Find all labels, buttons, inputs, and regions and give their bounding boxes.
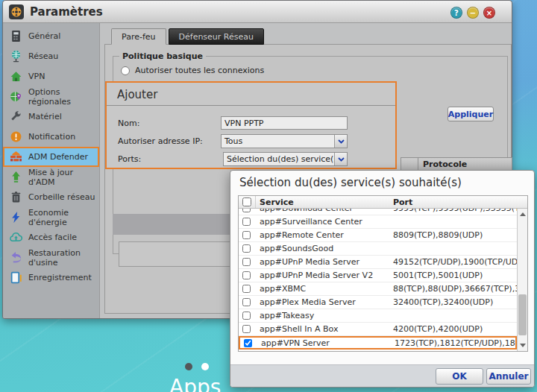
table-row-vpn-server-selected[interactable]: app#VPN Server 1723(TCP),1812(TCP/UDP),1…	[239, 336, 517, 350]
sidebar-label: Economie d'énergie	[28, 208, 99, 227]
allow-all-connections-option: Autoriser toutes les connexions	[121, 66, 264, 75]
adm-update-icon	[10, 171, 22, 183]
apply-button[interactable]: Appliquer	[448, 107, 494, 121]
sidebar-item-adm-update[interactable]: Mise à jour d'ADM	[3, 167, 99, 187]
network-recycle-bin-icon	[10, 191, 22, 203]
service-column-header: Service	[260, 197, 294, 207]
ease-of-access-icon	[10, 231, 22, 244]
service-selection-dialog: Sélection du(des) service(s) souhaité(s)…	[230, 170, 535, 388]
sidebar-item-factory-default[interactable]: Restauration d'usine	[3, 247, 99, 268]
table-row[interactable]: app#Download Center 9999(TCP),9999(UDP),…	[239, 209, 517, 215]
scrollbar-thumb[interactable]	[518, 294, 527, 335]
table-row[interactable]: app#Takeasy	[239, 309, 517, 323]
network-icon	[10, 50, 22, 63]
sidebar-label: Matériel	[28, 112, 62, 121]
energy-saver-icon	[10, 211, 22, 224]
row-checkbox[interactable]	[242, 244, 251, 253]
sidebar-item-ease-of-access[interactable]: Accès facile	[3, 227, 99, 247]
sidebar-item-notification[interactable]: Notification	[3, 127, 99, 147]
row-checkbox[interactable]	[242, 218, 251, 226]
sidebar-label: VPN	[28, 72, 45, 81]
window-controls: ? − ×	[450, 7, 495, 19]
sidebar-label: Notification	[28, 132, 75, 142]
sidebar-item-vpn[interactable]: VPN	[3, 66, 99, 86]
minimize-icon[interactable]: −	[467, 7, 479, 19]
add-rule-panel: Ajouter Nom: Autoriser adresse IP: Tous …	[105, 81, 397, 169]
row-checkbox[interactable]	[242, 258, 251, 266]
allow-ip-label: Autoriser adresse IP:	[118, 136, 203, 146]
desktop-apps-label: Apps	[169, 375, 221, 392]
settings-sidebar: Général Réseau VPN Options régionales Ma…	[3, 23, 100, 318]
row-checkbox[interactable]	[242, 325, 251, 333]
allow-all-connections-radio[interactable]	[121, 66, 130, 75]
rules-table-protocol-header: Protocole	[401, 157, 512, 171]
sidebar-item-network-recycle-bin[interactable]: Corbeille réseau	[3, 187, 99, 207]
regional-options-icon	[10, 90, 22, 103]
sidebar-item-general[interactable]: Général	[3, 26, 99, 46]
sidebar-label: Mise à jour d'ADM	[28, 168, 99, 187]
sidebar-item-hardware[interactable]: Matériel	[3, 107, 99, 127]
sidebar-label: Restauration d'usine	[28, 248, 99, 268]
service-dialog-title: Sélection du(des) service(s) souhaité(s)	[239, 176, 462, 189]
sidebar-item-registration[interactable]: Enregistrement	[3, 268, 99, 288]
table-row[interactable]: app#XBMC 88(TCP),88(UDP),36667(TCP),3666…	[239, 282, 517, 296]
row-checkbox[interactable]	[242, 298, 251, 306]
row-checkbox[interactable]	[242, 271, 251, 279]
sidebar-label: Réseau	[28, 51, 58, 61]
chevron-down-icon[interactable]	[334, 153, 347, 165]
notification-icon	[10, 130, 22, 143]
tab-firewall[interactable]: Pare-feu	[111, 28, 166, 45]
close-icon[interactable]: ×	[483, 7, 495, 19]
sidebar-label: Corbeille réseau	[28, 192, 95, 202]
ports-select[interactable]: Sélection du(des) service(s) so	[223, 152, 348, 166]
column-divider	[255, 196, 256, 208]
help-icon[interactable]: ?	[450, 7, 462, 19]
ok-button[interactable]: OK	[436, 368, 483, 385]
page-dot[interactable]	[201, 363, 209, 370]
port-column-header: Port	[393, 197, 412, 207]
sidebar-item-energy-saver[interactable]: Economie d'énergie	[3, 207, 99, 227]
window-title: Paramètres	[30, 5, 103, 19]
table-row[interactable]: app#Shell In A Box 4200(TCP),4200(UDP)	[239, 323, 517, 336]
add-rule-title: Ajouter	[107, 83, 395, 101]
service-table: Service Port app#Download Center 9999(TC…	[238, 195, 528, 352]
row-checkbox[interactable]	[242, 285, 251, 293]
sidebar-item-regional-options[interactable]: Options régionales	[3, 86, 99, 107]
table-row[interactable]: app#SoundsGood	[239, 242, 517, 256]
table-row[interactable]: app#Surveillance Center	[239, 215, 517, 229]
table-scrollbar[interactable]	[517, 209, 527, 351]
row-checkbox[interactable]	[244, 339, 252, 347]
row-checkbox[interactable]	[242, 231, 251, 239]
settings-app-icon	[9, 4, 24, 19]
sidebar-item-adm-defender[interactable]: ADM Defender	[3, 147, 99, 167]
tab-network-defender[interactable]: Défenseur Réseau	[169, 28, 264, 45]
registration-icon	[10, 271, 22, 284]
ports-value: Sélection du(des) service(s) so	[224, 154, 334, 164]
sidebar-label: Accès facile	[28, 233, 77, 242]
table-row[interactable]: app#Remote Center 8809(TCP),8809(UDP)	[239, 229, 517, 242]
row-checkbox[interactable]	[242, 312, 251, 320]
row-checkbox[interactable]	[242, 209, 251, 212]
factory-default-icon	[10, 251, 22, 264]
sidebar-label: Options régionales	[28, 87, 99, 107]
rule-name-input[interactable]	[221, 116, 348, 130]
table-row[interactable]: app#Plex Media Server 32400(TCP),32400(U…	[239, 296, 517, 309]
table-row[interactable]: app#UPnP Media Server 49152(TCP/UDP),190…	[239, 256, 517, 269]
desktop-page-dots	[185, 363, 209, 370]
cancel-button[interactable]: Annuler	[486, 368, 531, 385]
allow-all-connections-label: Autoriser toutes les connexions	[135, 66, 264, 75]
select-all-checkbox[interactable]	[242, 197, 251, 206]
chevron-down-icon[interactable]	[334, 135, 347, 148]
service-table-header: Service Port	[239, 196, 527, 209]
sidebar-item-network[interactable]: Réseau	[3, 46, 99, 66]
allow-ip-select[interactable]: Tous	[221, 134, 348, 148]
table-row[interactable]: app#UPnP Media Server V2 5001(TCP),5001(…	[239, 269, 517, 282]
tab-bar: Pare-feu Défenseur Réseau	[111, 28, 264, 45]
page-dot-active[interactable]	[185, 363, 192, 370]
ports-label: Ports:	[118, 154, 141, 164]
divider	[107, 105, 395, 106]
scroll-down-icon[interactable]	[518, 341, 527, 350]
scroll-up-icon[interactable]	[518, 209, 527, 219]
sidebar-label: Enregistrement	[28, 273, 92, 282]
allow-ip-value: Tous	[222, 136, 334, 146]
